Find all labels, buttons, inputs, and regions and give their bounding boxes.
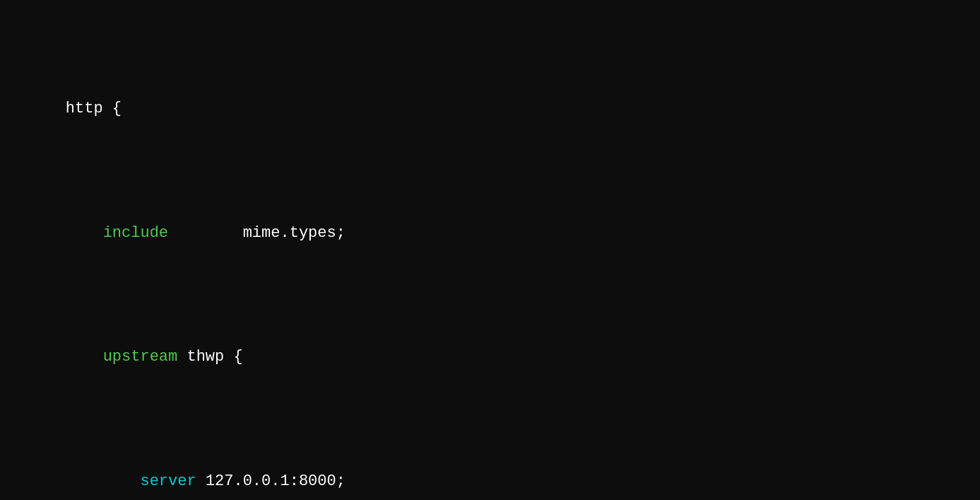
line-include: include mime.types; xyxy=(28,195,952,270)
token-http: http xyxy=(66,100,103,117)
line-server-upstream: server 127.0.0.1:8000; xyxy=(28,444,952,500)
line-http-open: http { xyxy=(28,71,952,146)
token-include: include xyxy=(103,224,168,242)
token-upstream: upstream xyxy=(103,348,178,366)
line-upstream: upstream thwp { xyxy=(28,320,952,395)
token-server-upstream: server xyxy=(140,472,196,490)
code-viewer: http { include mime.types; upstream thwp… xyxy=(28,21,952,500)
